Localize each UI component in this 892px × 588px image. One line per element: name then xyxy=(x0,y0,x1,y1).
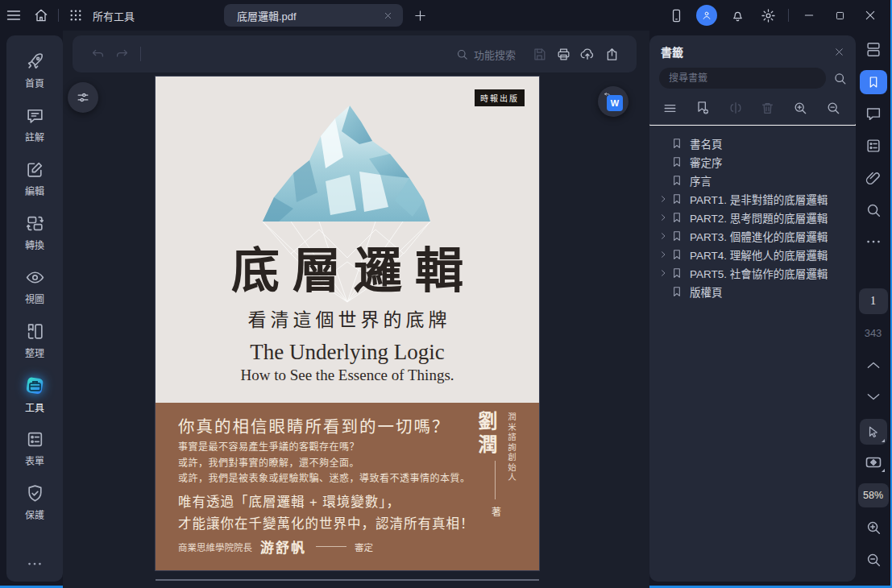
view-settings-floating-button[interactable] xyxy=(68,82,98,113)
ellipsis-icon xyxy=(865,238,882,245)
all-tools-button[interactable] xyxy=(62,3,89,27)
undo-icon xyxy=(90,47,106,62)
cover-body-line: 事實是最不容易產生爭議的客觀存在嗎？ xyxy=(178,440,471,456)
bookmark-icon xyxy=(670,174,683,187)
titlebar: 所有工具 底層邏輯.pdf xyxy=(0,0,890,31)
thumbnails-panel-button[interactable] xyxy=(865,40,882,58)
sidebar-item-tools[interactable]: 工具 xyxy=(6,367,63,421)
save-button[interactable] xyxy=(527,42,551,66)
print-button[interactable] xyxy=(551,42,575,66)
bookmark-item[interactable]: 序言 xyxy=(649,171,856,189)
sidebar-item-edit[interactable]: 編輯 xyxy=(6,151,63,205)
pan-tool-button[interactable] xyxy=(864,453,883,472)
bookmark-item[interactable]: 版權頁 xyxy=(649,282,856,300)
bookmark-label: PART2. 思考問題的底層邏輯 xyxy=(690,209,828,226)
expand-chevron[interactable] xyxy=(656,249,670,260)
collapse-all-icon[interactable] xyxy=(825,100,841,116)
bookmark-icon xyxy=(670,285,683,298)
bookmark-label: PART5. 社會協作的底層邏輯 xyxy=(690,265,828,281)
bookmarks-panel-button[interactable] xyxy=(860,70,887,94)
bookmark-item[interactable]: 審定序 xyxy=(649,152,856,171)
expand-chevron[interactable] xyxy=(656,193,670,205)
tab-close-button[interactable] xyxy=(380,8,395,23)
expand-all-icon[interactable] xyxy=(792,100,808,116)
minimize-button[interactable] xyxy=(795,3,823,27)
plus-icon xyxy=(413,9,427,23)
bookmark-item-expandable[interactable]: PART3. 個體進化的底層邏輯 xyxy=(649,226,856,245)
form-icon xyxy=(865,137,882,155)
next-page-button[interactable] xyxy=(865,391,882,403)
current-page-box[interactable]: 1 xyxy=(859,288,888,314)
bookmarks-search-input[interactable] xyxy=(659,68,826,89)
zoom-out-button[interactable] xyxy=(865,551,882,569)
cover-reviewer-line: 商業思維學院院長 游舒帆 審定 xyxy=(178,536,373,557)
document-tab[interactable]: 底層邏輯.pdf xyxy=(224,4,403,27)
maximize-button[interactable] xyxy=(826,3,853,27)
all-tools-label[interactable]: 所有工具 xyxy=(93,8,135,23)
sidebar-item-annotate[interactable]: 註解 xyxy=(6,97,63,151)
select-tool-button[interactable] xyxy=(860,419,887,445)
eye-icon xyxy=(25,267,45,288)
sidebar-more-button[interactable] xyxy=(26,556,44,570)
sidebar-item-label: 首頁 xyxy=(25,76,44,89)
form-icon xyxy=(25,429,45,449)
notifications-button[interactable] xyxy=(724,3,751,27)
attachments-panel-button[interactable] xyxy=(865,169,882,187)
previous-page-button[interactable] xyxy=(865,359,882,371)
bookmark-item-expandable[interactable]: PART4. 理解他人的底層邏輯 xyxy=(649,245,856,263)
delete-bookmark-icon[interactable] xyxy=(760,101,775,116)
sidebar-item-protect[interactable]: 保護 xyxy=(6,475,63,529)
word-badge-icon: W xyxy=(607,95,623,111)
fields-panel-button[interactable] xyxy=(865,137,882,155)
zoom-level-box[interactable]: 58% xyxy=(858,483,889,507)
account-button[interactable] xyxy=(693,3,720,27)
bookmark-icon xyxy=(670,248,683,261)
cloud-upload-button[interactable] xyxy=(575,42,600,66)
bookmark-item-expandable[interactable]: PART1. 是非對錯的底層邏輯 xyxy=(649,189,856,208)
mobile-device-button[interactable] xyxy=(662,3,690,27)
cover-body-text: 事實是最不容易產生爭議的客觀存在嗎？ 或許，我們對事實的瞭解，還不夠全面。 或許… xyxy=(178,440,471,487)
cover-emphasis-line: 唯有透過「底層邏輯 + 環境變數」， xyxy=(178,491,475,513)
author-title: 潤米諮詢創始人 xyxy=(506,412,518,483)
sidebar-item-forms[interactable]: 表單 xyxy=(6,421,63,475)
chevron-placeholder xyxy=(656,286,670,297)
rename-bookmark-icon[interactable] xyxy=(728,100,744,116)
sidebar-item-organize[interactable]: 整理 xyxy=(6,313,63,367)
add-bookmark-icon[interactable] xyxy=(695,100,711,116)
expand-chevron[interactable] xyxy=(656,230,670,242)
bookmark-item-expandable[interactable]: PART5. 社會協作的底層邏輯 xyxy=(649,263,856,282)
sidebar-item-home[interactable]: 首頁 xyxy=(6,43,63,97)
function-search[interactable]: 功能搜索 xyxy=(455,47,516,62)
share-button[interactable] xyxy=(600,42,624,66)
bookmark-item-expandable[interactable]: PART2. 思考問題的底層邏輯 xyxy=(649,208,856,226)
quick-toolbar: 功能搜索 xyxy=(73,35,637,72)
redo-button[interactable] xyxy=(110,42,134,66)
expand-chevron[interactable] xyxy=(656,267,670,279)
bookmarks-menu-icon[interactable] xyxy=(662,101,678,116)
rail-more-button[interactable] xyxy=(865,238,882,245)
expand-chevron[interactable] xyxy=(656,212,670,223)
bookmarks-header: 書籤 xyxy=(649,35,856,63)
bookmarks-panel: 書籤 書名頁 審定序 xyxy=(649,35,856,582)
chevron-down-icon xyxy=(865,391,882,403)
speech-bubble-icon xyxy=(865,105,882,122)
bookmark-icon xyxy=(670,211,683,224)
function-search-label: 功能搜索 xyxy=(474,47,516,62)
zoom-in-button[interactable] xyxy=(865,519,882,536)
bookmarks-search-icon[interactable] xyxy=(832,71,848,86)
undo-button[interactable] xyxy=(85,42,110,66)
new-tab-button[interactable] xyxy=(408,3,432,27)
bookmark-label: PART4. 理解他人的底層邏輯 xyxy=(690,246,828,263)
bookmark-item[interactable]: 書名頁 xyxy=(649,134,856,152)
sidebar-item-convert[interactable]: 轉換 xyxy=(6,205,63,259)
convert-to-word-floating-button[interactable]: W xyxy=(598,86,629,117)
home-button[interactable] xyxy=(27,3,55,27)
main-menu-button[interactable] xyxy=(0,3,27,27)
comments-panel-button[interactable] xyxy=(865,105,882,122)
settings-button[interactable] xyxy=(754,3,782,27)
close-window-button[interactable] xyxy=(857,3,884,27)
sidebar-item-view[interactable]: 視圖 xyxy=(6,259,63,313)
pdf-page[interactable]: 時報出版 xyxy=(156,77,539,570)
bookmarks-close-button[interactable] xyxy=(834,47,844,57)
search-panel-button[interactable] xyxy=(865,201,882,219)
